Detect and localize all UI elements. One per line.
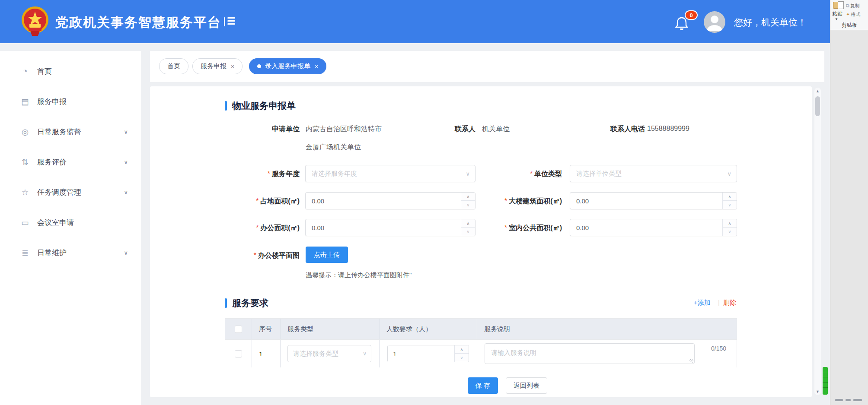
- sidebar-collapse-icon[interactable]: [224, 17, 235, 27]
- tab-label: 录入服务申报单: [265, 62, 310, 70]
- app-header: 党政机关事务智慧服务平台 0 您好，机关单位！: [0, 0, 830, 43]
- add-row-link[interactable]: +添加: [694, 299, 711, 307]
- close-icon[interactable]: ×: [231, 63, 234, 70]
- tab-service-declare[interactable]: 服务申报 ×: [192, 58, 243, 74]
- scrollbar-thumb[interactable]: [815, 96, 820, 116]
- stepper: ∧ ∨: [722, 193, 737, 209]
- tab-entry-form[interactable]: 录入服务申报单 ×: [249, 58, 326, 74]
- header-index: 序号: [252, 319, 281, 339]
- number-input[interactable]: [388, 345, 454, 362]
- sidebar-item-service-declare[interactable]: ▤ 服务申报: [0, 92, 141, 111]
- char-counter: 0/150: [711, 345, 726, 352]
- number-input[interactable]: [570, 219, 722, 236]
- required-asterisk: *: [504, 197, 507, 205]
- stepper-up-icon[interactable]: ∧: [461, 193, 475, 201]
- stepper-down-icon[interactable]: ∨: [723, 201, 737, 209]
- scroll-down-icon[interactable]: ▼: [814, 388, 821, 395]
- service-year-label: *服务年度: [268, 170, 300, 179]
- stepper-down-icon[interactable]: ∨: [461, 228, 475, 236]
- back-to-list-button[interactable]: 返回列表: [506, 377, 547, 394]
- sidebar-item-label: 日常服务监督: [37, 127, 81, 137]
- stepper-up-icon[interactable]: ∧: [723, 219, 737, 228]
- tab-home[interactable]: 首页: [159, 58, 188, 74]
- format-painter-button[interactable]: ✦格式: [846, 11, 860, 18]
- save-button[interactable]: 保 存: [468, 377, 498, 394]
- resize-handle[interactable]: [689, 359, 693, 363]
- active-dot-icon: [257, 64, 261, 68]
- delete-row-link[interactable]: 删除: [723, 299, 736, 307]
- sidebar-item-label: 服务评价: [37, 157, 67, 167]
- document-icon: ▤: [20, 97, 30, 107]
- building-area-input[interactable]: ∧ ∨: [570, 192, 737, 209]
- copy-button[interactable]: ⧉复制: [846, 3, 860, 9]
- decorative-mark: [853, 399, 862, 401]
- notification-badge: 0: [685, 10, 698, 20]
- sidebar-item-label: 日常维护: [37, 248, 67, 258]
- sidebar-item-task-scheduling[interactable]: ☆ 任务调度管理 ∨: [0, 182, 141, 202]
- stepper-down-icon[interactable]: ∨: [461, 201, 475, 209]
- content-scrollbar[interactable]: ▲ ▼: [814, 88, 821, 395]
- number-input[interactable]: [570, 193, 722, 209]
- required-asterisk: *: [504, 224, 507, 231]
- notification-bell-icon[interactable]: 0: [674, 10, 697, 33]
- stepper-up-icon[interactable]: ∧: [461, 219, 475, 228]
- select-placeholder: 请选择单位类型: [576, 170, 622, 178]
- indoor-area-label: *室内公共面积(㎡): [504, 224, 562, 233]
- monitor-icon: ◎: [20, 127, 30, 137]
- office-area-label: *办公面积(㎡): [256, 224, 300, 233]
- office-clipboard-panel: 粘贴 ▼ ⧉复制 ✦格式 剪贴板: [830, 0, 868, 405]
- land-area-label: *占地面积(㎡): [256, 197, 300, 206]
- unit-type-select[interactable]: 请选择单位类型 ∨: [570, 165, 737, 182]
- tab-label: 服务申报: [201, 62, 227, 70]
- sidebar-item-label: 首页: [37, 66, 52, 76]
- service-type-select[interactable]: 请选择服务类型 ∨: [287, 345, 371, 362]
- avatar[interactable]: [704, 11, 725, 33]
- app-title: 党政机关事务智慧服务平台: [55, 14, 221, 32]
- required-asterisk: *: [254, 252, 256, 259]
- stepper: ∧ ∨: [461, 219, 475, 236]
- chevron-down-icon: ∨: [466, 171, 470, 177]
- description-textarea[interactable]: [485, 343, 695, 364]
- accent-bar: [225, 298, 227, 308]
- number-input[interactable]: [306, 219, 460, 236]
- service-year-select[interactable]: 请选择服务年度 ∨: [305, 165, 475, 182]
- office-area-input[interactable]: ∧ ∨: [305, 219, 475, 236]
- people-count-input[interactable]: ∧ ∨: [387, 345, 469, 362]
- land-area-input[interactable]: ∧ ∨: [305, 192, 475, 209]
- stepper-up-icon[interactable]: ∧: [455, 345, 469, 354]
- number-input[interactable]: [306, 193, 460, 209]
- sidebar-item-daily-maintenance[interactable]: ≣ 日常维护 ∨: [0, 243, 141, 263]
- sidebar-item-meeting-room[interactable]: ▭ 会议室申请: [0, 212, 141, 232]
- sidebar-item-service-evaluation[interactable]: ⇅ 服务评价 ∨: [0, 152, 141, 172]
- upload-button[interactable]: 点击上传: [306, 247, 348, 263]
- tab-label: 首页: [167, 62, 180, 70]
- stepper-down-icon[interactable]: ∨: [455, 354, 469, 362]
- green-scroll-widget[interactable]: [823, 367, 828, 395]
- sidebar-item-daily-supervision[interactable]: ◎ 日常服务监督 ∨: [0, 122, 141, 142]
- required-asterisk: *: [256, 197, 258, 205]
- accent-bar: [225, 101, 227, 111]
- sidebar-item-label: 任务调度管理: [37, 187, 81, 197]
- chevron-down-icon: ∨: [124, 129, 128, 135]
- indoor-area-input[interactable]: ∧ ∨: [570, 219, 737, 236]
- select-all-checkbox[interactable]: [235, 326, 242, 333]
- sidebar-item-home[interactable]: ◔ 首页: [0, 61, 141, 81]
- paste-button[interactable]: 粘贴: [832, 10, 842, 18]
- copy-icon: ⧉: [846, 3, 849, 8]
- required-asterisk: *: [268, 170, 270, 177]
- chevron-down-icon: ∨: [124, 159, 128, 165]
- floor-plan-label: *办公楼平面图: [254, 251, 300, 260]
- header-description: 服务说明: [477, 319, 737, 339]
- chevron-down-icon: ∨: [124, 189, 128, 196]
- row-checkbox[interactable]: [235, 350, 242, 358]
- stepper-down-icon[interactable]: ∨: [723, 228, 737, 236]
- stepper: ∧ ∨: [454, 345, 469, 362]
- ribbon-group-clipboard: 粘贴 ▼ ⧉复制 ✦格式 剪贴板: [830, 0, 868, 30]
- stepper-up-icon[interactable]: ∧: [723, 193, 737, 201]
- select-placeholder: 请选择服务年度: [312, 170, 357, 178]
- paste-dropdown-icon[interactable]: ▼: [835, 17, 838, 21]
- select-placeholder: 请选择服务类型: [293, 350, 338, 358]
- chevron-down-icon: ∨: [124, 250, 128, 256]
- scroll-up-icon[interactable]: ▲: [814, 88, 821, 95]
- close-icon[interactable]: ×: [315, 63, 318, 70]
